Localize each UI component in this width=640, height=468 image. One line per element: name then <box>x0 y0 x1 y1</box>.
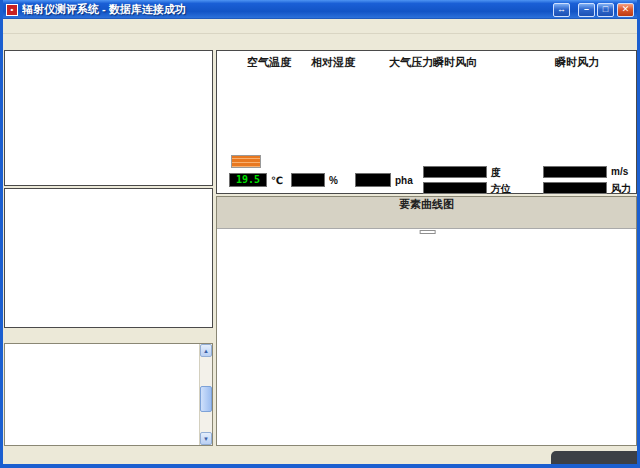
humidity-unit: % <box>329 175 338 186</box>
wind-bearing-unit: 方位 <box>491 182 511 196</box>
humidity-display <box>291 173 325 187</box>
chart-panel: 要素曲线图 <box>216 196 637 446</box>
pressure-unit: pha <box>395 175 413 186</box>
thermometer-icon <box>231 155 261 168</box>
table-tab-strip <box>4 330 213 343</box>
wind-degree-display <box>423 166 487 178</box>
wind-scale-unit: 风力 <box>611 182 631 196</box>
menu-bar <box>3 19 637 34</box>
right-column: 空气温度 相对湿度 大气压力 瞬时风向 瞬时风力 19.5 ℃ % pha 度 … <box>214 49 638 447</box>
wind-ms-display <box>543 166 607 178</box>
wind-speed-dial <box>521 64 631 174</box>
resize-button[interactable]: ↔ <box>553 3 570 17</box>
scroll-thumb[interactable] <box>200 386 212 412</box>
total-radiation-gauge <box>5 51 212 147</box>
chart-legend <box>419 230 435 234</box>
main-tab-row <box>3 34 637 49</box>
air-temp-display: 19.5 <box>229 173 267 187</box>
wind-direction-compass <box>399 64 509 174</box>
total-radiation-gauge-panel <box>4 50 213 186</box>
humidity-label: 相对湿度 <box>311 55 355 70</box>
air-temp-label: 空气温度 <box>247 55 291 70</box>
scroll-down-icon[interactable]: ▼ <box>200 432 212 445</box>
left-column: ▲ ▼ <box>3 49 214 447</box>
overlapping-window-corner <box>551 451 637 464</box>
scroll-up-icon[interactable]: ▲ <box>200 344 212 357</box>
sensors-panel: 空气温度 相对湿度 大气压力 瞬时风向 瞬时风力 19.5 ℃ % pha 度 … <box>216 50 637 194</box>
observation-table-wrap: ▲ ▼ <box>4 343 213 446</box>
table-scrollbar[interactable]: ▲ ▼ <box>199 344 212 445</box>
element-curve-chart <box>217 229 636 441</box>
wind-scale-display <box>543 182 607 194</box>
window-title: 辐射仪测评系统 - 数据库连接成功 <box>22 2 551 17</box>
wind-bearing-display <box>423 182 487 194</box>
pressure-display <box>355 173 391 187</box>
chart-area <box>217 228 636 445</box>
chart-checkbox-row <box>217 211 636 228</box>
wind-degree-unit: 度 <box>491 166 501 180</box>
title-bar: • 辐射仪测评系统 - 数据库连接成功 ↔ – □ ✕ <box>3 0 637 19</box>
maximize-button[interactable]: □ <box>597 3 614 17</box>
chart-title: 要素曲线图 <box>217 197 636 211</box>
main-content: ▲ ▼ 空气温度 相对湿度 大气压力 瞬时风向 瞬时风力 19.5 ℃ % <box>3 49 637 447</box>
wind-ms-unit: m/s <box>611 166 628 177</box>
uv-gauge-panel <box>4 188 213 328</box>
app-icon: • <box>6 4 18 16</box>
uv-gauge <box>5 189 212 277</box>
air-temp-unit: ℃ <box>271 175 283 186</box>
minimize-button[interactable]: – <box>578 3 595 17</box>
close-button[interactable]: ✕ <box>617 3 634 17</box>
status-bar <box>3 447 637 463</box>
app-window: • 辐射仪测评系统 - 数据库连接成功 ↔ – □ ✕ <box>0 0 640 468</box>
